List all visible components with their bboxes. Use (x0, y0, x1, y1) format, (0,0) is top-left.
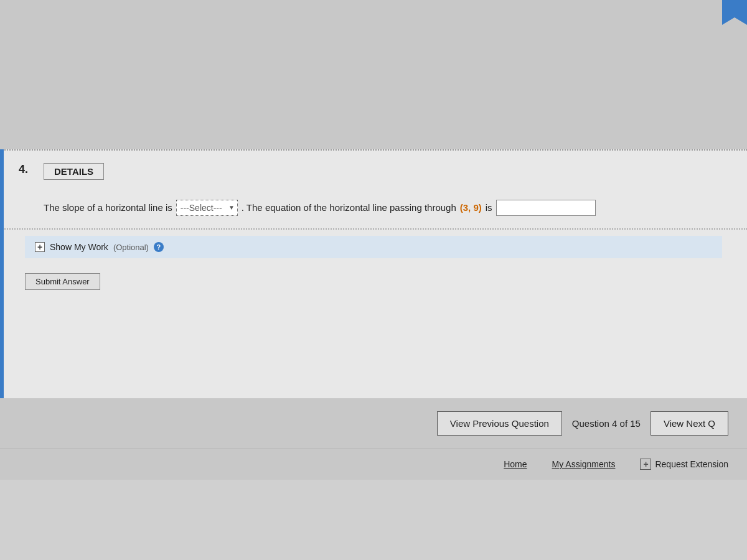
show-my-work-section[interactable]: + Show My Work (Optional) ? (25, 236, 722, 258)
help-icon[interactable]: ? (154, 242, 164, 252)
text-after: is (486, 200, 492, 215)
slope-select[interactable]: ---Select--- 0 1 undefined positive nega… (176, 200, 238, 216)
question-block: 4. DETAILS The slope of a horizontal lin… (0, 151, 747, 230)
details-label: DETAILS (44, 163, 104, 180)
text-between: . The equation of the horizontal line pa… (242, 200, 456, 215)
question-text: The slope of a horizontal line is ---Sel… (19, 190, 728, 222)
request-extension-label: Request Extension (655, 459, 728, 469)
show-work-label: Show My Work (50, 242, 108, 252)
main-content: 4. DETAILS The slope of a horizontal lin… (0, 149, 747, 398)
coordinate-highlight: (3, 9) (460, 200, 482, 215)
home-link[interactable]: Home (504, 459, 527, 469)
question-counter: Question 4 of 15 (562, 412, 651, 435)
chevron-down-icon (722, 0, 747, 25)
plus-icon: + (640, 459, 651, 470)
footer-area: Home My Assignments + Request Extension (0, 448, 747, 480)
request-extension-button[interactable]: + Request Extension (640, 459, 728, 470)
equation-input[interactable] (496, 200, 596, 216)
question-number: 4. (19, 163, 34, 176)
left-accent-bar (0, 149, 4, 398)
submit-section: Submit Answer (0, 264, 747, 302)
text-before-select: The slope of a horizontal line is (44, 200, 172, 215)
question-header-row: 4. DETAILS (19, 163, 728, 180)
optional-label: (Optional) (113, 243, 149, 252)
select-wrapper[interactable]: ---Select--- 0 1 undefined positive nega… (176, 200, 238, 216)
top-area (0, 0, 747, 149)
expand-icon: + (35, 242, 45, 252)
view-next-button[interactable]: View Next Q (651, 411, 728, 436)
view-previous-button[interactable]: View Previous Question (437, 411, 562, 436)
bottom-nav-area: View Previous Question Question 4 of 15 … (0, 398, 747, 448)
submit-answer-button[interactable]: Submit Answer (25, 273, 100, 290)
my-assignments-link[interactable]: My Assignments (552, 459, 616, 469)
